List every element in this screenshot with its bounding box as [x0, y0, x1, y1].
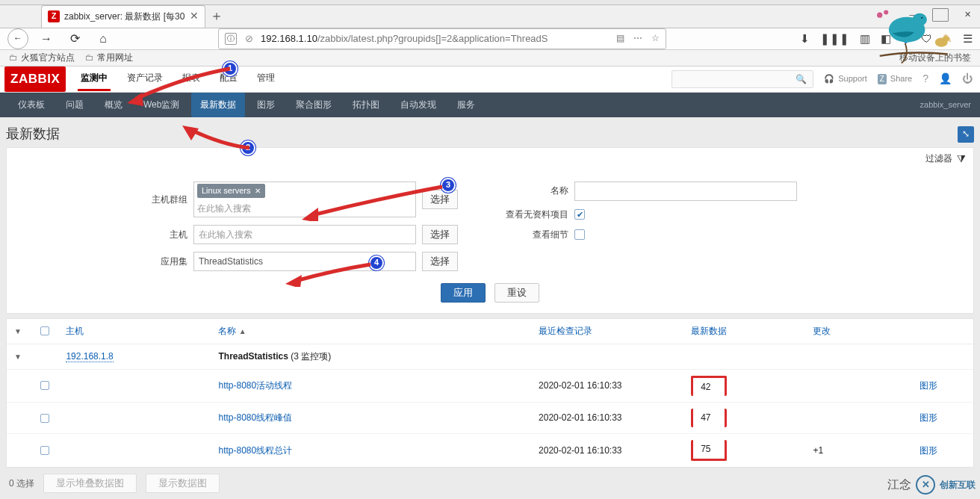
- sidebar-toggle-icon[interactable]: ◧: [881, 31, 891, 46]
- forward-button[interactable]: →: [36, 28, 57, 49]
- apply-button[interactable]: 应用: [441, 283, 486, 303]
- item-name[interactable]: http-8080线程总计: [211, 434, 531, 467]
- col-select-all[interactable]: [33, 319, 59, 344]
- subnav-services[interactable]: 服务: [448, 93, 484, 117]
- subnav-screens[interactable]: 聚合图形: [287, 93, 341, 117]
- url-bar[interactable]: ⓘ ⊘ 192.168.1.10/zabbix/latest.php?group…: [218, 28, 666, 49]
- row-checkbox[interactable]: [40, 414, 49, 423]
- graph-link[interactable]: 图形: [912, 403, 973, 434]
- minimize-icon[interactable]: —: [905, 8, 922, 22]
- home-button[interactable]: ⌂: [93, 28, 114, 49]
- latest-data-table: ▼ 主机 名称 ▲ 最近检查记录 最新数据 更改 ▼ 192.168.1.: [6, 318, 974, 468]
- stacked-graph-button[interactable]: 显示堆叠数据图: [43, 474, 137, 493]
- host-input[interactable]: 在此输入搜索: [193, 225, 416, 244]
- name-input[interactable]: [574, 182, 797, 201]
- new-tab-button[interactable]: ＋: [205, 5, 228, 28]
- shield-icon[interactable]: 🛡: [921, 31, 932, 46]
- remove-tag-icon[interactable]: ✕: [255, 186, 261, 196]
- top-menu: 监测中 资产记录 报表 配置 管理: [78, 67, 278, 91]
- graph-link[interactable]: 图形: [912, 369, 973, 403]
- close-window-icon[interactable]: ✕: [959, 8, 976, 22]
- permissions-icon[interactable]: ⓘ: [225, 33, 237, 45]
- topmenu-admin[interactable]: 管理: [254, 67, 278, 91]
- tracking-icon[interactable]: ⊘: [243, 33, 255, 45]
- kiosk-button[interactable]: ⤡: [958, 126, 974, 143]
- ext-icon-2[interactable]: ◆: [902, 31, 911, 46]
- plain-graph-button[interactable]: 显示数据图: [146, 474, 220, 493]
- topmenu-inventory[interactable]: 资产记录: [124, 67, 166, 91]
- bookmark-folder-2[interactable]: 🗀 常用网址: [85, 52, 133, 64]
- notes-icon[interactable]: ✎: [943, 31, 952, 46]
- application-select-button[interactable]: 选择: [422, 252, 458, 271]
- zabbix-logo[interactable]: ZABBIX: [4, 66, 66, 92]
- subnav-graphs[interactable]: 图形: [248, 93, 284, 117]
- zabbix-favicon: Z: [48, 10, 60, 22]
- item-name[interactable]: http-8080线程峰值: [211, 403, 531, 434]
- mobile-bookmarks[interactable]: 移动设备上的书签: [899, 52, 971, 64]
- subnav-problems[interactable]: 问题: [57, 93, 93, 117]
- bookmarks-bar: 🗀 火狐官方站点 🗀 常用网址 移动设备上的书签: [0, 50, 980, 66]
- table-row: http-8080活动线程 2020-02-01 16:10:33 42 图形: [7, 369, 973, 403]
- browser-navbar: ← → ⟳ ⌂ ⓘ ⊘ 192.168.1.10/zabbix/latest.p…: [0, 28, 980, 50]
- ext-icon-1[interactable]: ❚❚❚: [820, 31, 849, 46]
- browser-tab[interactable]: Z zabbix_server: 最新数据 [每30 ✕: [41, 5, 205, 28]
- topmenu-monitoring[interactable]: 监测中: [78, 67, 111, 91]
- topmenu-config[interactable]: 配置: [217, 67, 241, 91]
- item-count: (3 监控项): [291, 351, 331, 362]
- maximize-icon[interactable]: [932, 8, 949, 22]
- bookmark-folder-1[interactable]: 🗀 火狐官方站点: [9, 52, 75, 64]
- checkbox-show-no-data[interactable]: ✔: [574, 209, 585, 220]
- help-icon[interactable]: ?: [922, 72, 928, 87]
- filter-toggle-bar[interactable]: 过滤器 ⧩: [6, 147, 974, 170]
- host-link[interactable]: 192.168.1.8: [66, 351, 113, 362]
- power-icon[interactable]: ⏻: [962, 72, 973, 87]
- menu-icon[interactable]: ☰: [963, 31, 973, 46]
- global-search[interactable]: 🔍: [672, 70, 813, 88]
- topmenu-reports[interactable]: 报表: [179, 67, 203, 91]
- bookmark-star-icon[interactable]: ☆: [651, 32, 660, 45]
- library-icon[interactable]: ▥: [860, 31, 870, 46]
- server-name: zabbix_server: [920, 99, 971, 111]
- col-lastcheck[interactable]: 最近检查记录: [531, 319, 683, 344]
- row-checkbox[interactable]: [40, 381, 49, 390]
- hostgroup-tag[interactable]: Linux servers✕: [197, 184, 265, 198]
- headset-icon: 🎧: [824, 73, 834, 84]
- subnav-maps[interactable]: 拓扑图: [344, 93, 388, 117]
- filter-panel: 主机群组 Linux servers✕ 在此输入搜索 选择 主机 在此输入搜索: [6, 170, 974, 314]
- table-row: http-8080线程总计 2020-02-01 16:10:33 75 +1 …: [7, 434, 973, 467]
- download-icon[interactable]: ⬇: [800, 31, 810, 46]
- subnav-web[interactable]: Web监测: [134, 93, 188, 117]
- user-icon[interactable]: 👤: [939, 72, 952, 87]
- chevron-down-icon[interactable]: ▼: [14, 353, 22, 361]
- reader-icon[interactable]: ▤: [616, 32, 624, 45]
- funnel-icon: ⧩: [957, 152, 966, 167]
- tab-title: zabbix_server: 最新数据 [每30: [64, 10, 185, 23]
- tab-close-icon[interactable]: ✕: [190, 9, 199, 24]
- checkbox-show-details[interactable]: [574, 229, 585, 240]
- col-expand[interactable]: ▼: [7, 319, 33, 344]
- subnav-discovery[interactable]: 自动发现: [391, 93, 445, 117]
- host-select-button[interactable]: 选择: [422, 225, 458, 244]
- support-link[interactable]: 🎧Support: [824, 73, 867, 84]
- share-link[interactable]: ZShare: [878, 73, 912, 84]
- col-host[interactable]: 主机: [58, 319, 211, 344]
- application-input[interactable]: ThreadStatistics: [193, 252, 416, 271]
- row-checkbox[interactable]: [40, 446, 49, 455]
- hostgroup-input[interactable]: Linux servers✕ 在此输入搜索: [193, 182, 416, 217]
- back-button[interactable]: ←: [7, 28, 28, 49]
- zabbix-header: ZABBIX 监测中 资产记录 报表 配置 管理 🔍 🎧Support ZSha…: [0, 66, 980, 93]
- reset-button[interactable]: 重设: [494, 283, 539, 303]
- reload-button[interactable]: ⟳: [64, 28, 85, 49]
- col-lastvalue[interactable]: 最新数据: [683, 319, 805, 344]
- subnav-overview[interactable]: 概览: [96, 93, 131, 117]
- subnav-latest[interactable]: 最新数据: [191, 93, 245, 117]
- subnav-dashboard[interactable]: 仪表板: [9, 93, 54, 117]
- more-icon[interactable]: ⋯: [633, 32, 642, 45]
- graph-link[interactable]: 图形: [912, 434, 973, 467]
- col-change[interactable]: 更改: [805, 319, 912, 344]
- hostgroup-select-button[interactable]: 选择: [422, 190, 458, 209]
- item-name[interactable]: http-8080活动线程: [211, 369, 531, 403]
- label-show-no-data: 查看无资料项目: [503, 208, 568, 221]
- label-name: 名称: [503, 185, 568, 197]
- col-name[interactable]: 名称 ▲: [211, 319, 531, 344]
